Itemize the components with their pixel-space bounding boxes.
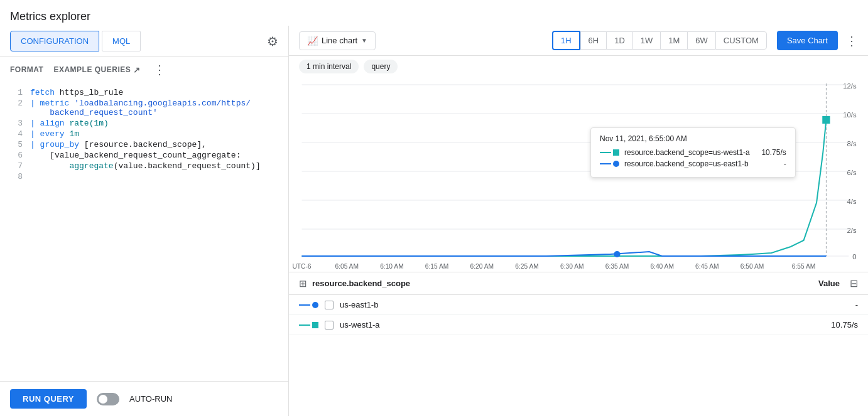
editor-more-icon[interactable]: ⋮	[153, 62, 166, 77]
svg-text:6:15 AM: 6:15 AM	[425, 263, 449, 270]
svg-text:6:35 AM: 6:35 AM	[605, 263, 629, 270]
external-link-icon: ↗	[133, 65, 141, 75]
code-line-5: 5 | group_by [resource.backend_scope],	[0, 139, 288, 150]
editor-meta: FORMAT EXAMPLE QUERIES ↗ ⋮	[0, 57, 288, 82]
code-line-8: 8	[0, 171, 288, 182]
tooltip-line-blue	[600, 163, 611, 164]
time-btn-1d[interactable]: 1D	[606, 31, 632, 50]
chart-container: 12/s 10/s 8/s 6/s 4/s 2/s 0	[289, 77, 868, 272]
code-line-4: 4 | every 1m	[0, 129, 288, 139]
legend-grid-icon: ⊞	[299, 278, 307, 289]
svg-text:6:40 AM: 6:40 AM	[650, 263, 674, 270]
legend-title: resource.backend_scope	[312, 279, 410, 288]
left-toolbar: CONFIGURATION MQL ⚙	[0, 26, 288, 57]
run-query-button[interactable]: RUN QUERY	[10, 389, 87, 409]
tooltip-row-1: resource.backend_scope=us-east1-b -	[600, 159, 786, 168]
legend-bars-icon[interactable]: ⊟	[850, 277, 858, 289]
chip-query[interactable]: query	[364, 60, 398, 73]
svg-text:6:25 AM: 6:25 AM	[515, 263, 539, 270]
tooltip-marker-teal	[613, 149, 619, 156]
svg-point-16	[614, 251, 620, 257]
code-line-6: 6 [value_backend_request_count_aggregate…	[0, 150, 288, 161]
legend-row-0: us-east1-b -	[289, 295, 868, 315]
format-label: FORMAT	[10, 65, 43, 74]
time-btn-6w[interactable]: 6W	[687, 31, 715, 50]
example-queries-link[interactable]: EXAMPLE QUERIES ↗	[53, 65, 140, 75]
autorun-label: AUTO-RUN	[129, 394, 172, 404]
time-btn-custom[interactable]: CUSTOM	[715, 31, 767, 50]
svg-text:2/s: 2/s	[847, 227, 857, 234]
tab-mql[interactable]: MQL	[102, 31, 141, 51]
left-panel: CONFIGURATION MQL ⚙ FORMAT EXAMPLE QUERI…	[0, 26, 289, 416]
legend-value-0: -	[855, 300, 858, 309]
code-line-2: 2 | metric 'loadbalancing.googleapis.com…	[0, 98, 288, 118]
svg-text:10/s: 10/s	[843, 111, 857, 119]
legend-dot-teal	[312, 322, 318, 328]
legend-header: ⊞ resource.backend_scope Value ⊟	[289, 272, 868, 295]
tooltip-val-1: -	[755, 159, 786, 168]
chart-area: 12/s 10/s 8/s 6/s 4/s 2/s 0	[289, 77, 868, 416]
chart-type-label: Line chart	[322, 36, 357, 45]
svg-text:8/s: 8/s	[847, 140, 857, 147]
chip-interval[interactable]: 1 min interval	[299, 60, 359, 73]
svg-text:6:55 AM: 6:55 AM	[792, 263, 816, 270]
code-line-3: 3 | align rate(1m)	[0, 118, 288, 129]
legend-checkbox-1[interactable]	[325, 321, 334, 330]
chart-chips: 1 min interval query	[289, 56, 868, 77]
legend-value-1: 10.75/s	[831, 320, 858, 330]
svg-rect-15	[822, 116, 830, 124]
svg-text:6:30 AM: 6:30 AM	[560, 263, 584, 270]
chart-more-icon[interactable]: ⋮	[845, 33, 858, 48]
tooltip-title: Nov 11, 2021, 6:55:00 AM	[600, 134, 786, 143]
line-chart-icon: 📈	[307, 36, 318, 46]
legend-section: ⊞ resource.backend_scope Value ⊟ us-east…	[289, 272, 868, 335]
chart-type-button[interactable]: 📈 Line chart ▼	[299, 31, 376, 50]
svg-text:UTC-6: UTC-6	[292, 263, 312, 270]
svg-text:6:20 AM: 6:20 AM	[470, 263, 494, 270]
svg-text:6:05 AM: 6:05 AM	[335, 263, 359, 270]
svg-text:6:50 AM: 6:50 AM	[741, 263, 764, 270]
svg-text:6:45 AM: 6:45 AM	[695, 263, 719, 270]
legend-checkbox-0[interactable]	[325, 301, 334, 309]
svg-text:0: 0	[852, 253, 856, 260]
time-btn-1h[interactable]: 1H	[552, 31, 580, 50]
time-range-buttons: 1H 6H 1D 1W 1M 6W CUSTOM	[552, 31, 767, 50]
legend-name-0: us-east1-b	[340, 300, 849, 309]
code-editor[interactable]: 1 fetch https_lb_rule 2 | metric 'loadba…	[0, 82, 288, 381]
legend-line-blue	[299, 304, 310, 306]
chart-toolbar: 📈 Line chart ▼ 1H 6H 1D 1W 1M 6W CUSTOM …	[289, 26, 868, 56]
svg-text:6:10 AM: 6:10 AM	[380, 263, 404, 270]
dropdown-arrow-icon: ▼	[361, 37, 367, 44]
code-line-1: 1 fetch https_lb_rule	[0, 87, 288, 98]
right-panel: 📈 Line chart ▼ 1H 6H 1D 1W 1M 6W CUSTOM …	[289, 26, 868, 416]
svg-text:4/s: 4/s	[847, 198, 857, 205]
app-title: Metrics explorer	[10, 5, 858, 26]
bottom-bar: RUN QUERY AUTO-RUN	[0, 381, 288, 416]
tooltip-val-0: 10.75/s	[755, 148, 786, 157]
legend-line-teal	[299, 324, 310, 326]
legend-value-label: Value	[818, 279, 840, 288]
tooltip-key-0: resource.backend_scope=us-west1-a	[624, 148, 750, 157]
legend-name-1: us-west1-a	[340, 320, 825, 330]
legend-dot-blue	[312, 302, 318, 308]
svg-text:12/s: 12/s	[843, 82, 857, 90]
code-line-7: 7 aggregate(value.backend_request_count)…	[0, 161, 288, 171]
tab-configuration[interactable]: CONFIGURATION	[10, 31, 99, 51]
autorun-toggle[interactable]	[97, 393, 119, 405]
tooltip-line-teal	[600, 152, 611, 153]
time-btn-1w[interactable]: 1W	[632, 31, 661, 50]
time-btn-6h[interactable]: 6H	[580, 31, 607, 50]
legend-row-1: us-west1-a 10.75/s	[289, 315, 868, 335]
tooltip-row-0: resource.backend_scope=us-west1-a 10.75/…	[600, 148, 786, 157]
save-chart-button[interactable]: Save Chart	[777, 31, 838, 50]
tooltip-marker-blue	[613, 161, 619, 167]
tooltip-key-1: resource.backend_scope=us-east1-b	[624, 159, 750, 168]
chart-tooltip: Nov 11, 2021, 6:55:00 AM resource.backen…	[590, 127, 796, 178]
svg-text:6/s: 6/s	[847, 169, 857, 176]
gear-icon[interactable]: ⚙	[267, 34, 278, 49]
time-btn-1m[interactable]: 1M	[660, 31, 687, 50]
